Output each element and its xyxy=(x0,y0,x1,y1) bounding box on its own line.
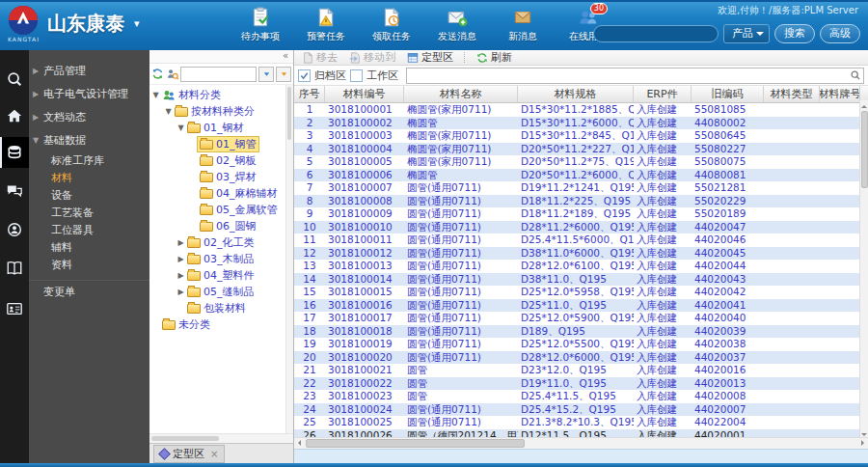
table-row[interactable]: 73018100007圆管(通用0711)D19*11.2*1241、Q195入… xyxy=(294,181,868,195)
table-row[interactable]: 83018100008圆管(通用0711)D18*11.2*225、Q195入库… xyxy=(294,195,868,208)
tree-collapse-arrow-icon[interactable]: ▶ xyxy=(176,255,185,263)
move-to-button[interactable]: 移动到 xyxy=(345,50,399,65)
rail-home[interactable] xyxy=(0,100,29,131)
table-row[interactable]: 103018100010圆管(通用0711)D28*11.2*6000、Q195… xyxy=(294,221,868,234)
table-row[interactable]: 53018100005椭圆管(家用0711)D20*50*11.2*75、Q19… xyxy=(294,155,868,169)
tree-node-2[interactable]: ▼01_钢材 xyxy=(149,120,293,136)
table-row[interactable]: 63018100006椭圆管D20*50*11.2*6000、Q195入库创建4… xyxy=(294,169,868,182)
tree-node-7[interactable]: 05_金属软管 xyxy=(149,202,293,218)
tree-node-6[interactable]: 04_麻棉辅材 xyxy=(149,185,293,202)
tree-expand-icon[interactable]: ▼ xyxy=(151,91,160,99)
tree-node-10[interactable]: ▶03_木制品 xyxy=(149,251,293,267)
scroll-up-arrow-icon[interactable] xyxy=(860,100,868,109)
column-header-2[interactable]: 材料名称 xyxy=(404,86,518,102)
workspace-label[interactable]: 工作区 xyxy=(366,69,398,83)
sidebar-section-4[interactable]: 变更单 xyxy=(29,280,149,304)
table-row[interactable]: 223018100022圆管D19*11.0、Q195入库创建44020013 xyxy=(294,377,868,391)
sidebar-section-2[interactable]: ▶文档动态 xyxy=(29,106,149,129)
column-header-1[interactable]: 材料编号 xyxy=(325,86,404,102)
tree-collapse-arrow-icon[interactable]: ▶ xyxy=(176,288,185,296)
tab-close-icon[interactable]: × xyxy=(210,449,218,459)
remove-button[interactable]: 移去 xyxy=(298,50,341,65)
tree-hscroll-thumb[interactable] xyxy=(151,436,219,441)
table-row[interactable]: 233018100023圆管D25.4*11.5、Q195入库创建4402000… xyxy=(294,390,868,403)
archive-area-label[interactable]: 归档区 xyxy=(314,69,346,83)
vertical-scroll-thumb[interactable] xyxy=(861,111,868,188)
horizontal-scroll-thumb[interactable] xyxy=(306,439,525,448)
table-row[interactable]: 123018100012圆管(通用0711)D38*11.0*6000、Q195… xyxy=(294,247,868,261)
tree-node-12[interactable]: ▶05_缝制品 xyxy=(149,284,293,300)
sidebar-item-4[interactable]: 工位器具 xyxy=(29,222,149,239)
scroll-right-arrow-icon[interactable] xyxy=(858,438,868,448)
table-row[interactable]: 173018100017圆管(通用0711)D25*12.0*5900、Q195… xyxy=(294,312,868,325)
search-button[interactable]: 搜索 xyxy=(774,24,815,43)
column-header-6[interactable]: 材料类型 xyxy=(764,86,820,102)
tree-search-add-button[interactable] xyxy=(276,67,291,82)
tree-node-1[interactable]: ▼按材料种类分 xyxy=(149,103,293,120)
advanced-search-button[interactable]: 高级 xyxy=(820,24,860,43)
table-row[interactable]: 13018100001椭圆管(家用0711)D15*30*11.2*1885、Q… xyxy=(294,103,868,117)
tree-node-13[interactable]: 包装材料 xyxy=(149,300,293,316)
sidebar-item-2[interactable]: 设备 xyxy=(29,187,149,205)
table-row[interactable]: 213018100021圆管D23*12.0、Q195入库创建44020016 xyxy=(294,364,868,377)
sidebar-item-1[interactable]: 材料 xyxy=(29,170,149,187)
scroll-left-arrow-icon[interactable] xyxy=(294,438,304,448)
table-row[interactable]: 243018100024圆管(通用0711)D25.4*15.2、Q195入库创… xyxy=(294,403,868,417)
hdr-new-message[interactable]: 新消息 xyxy=(496,7,550,43)
tree-node-8[interactable]: 06_圆钢 xyxy=(149,218,293,234)
vertical-scrollbar[interactable] xyxy=(859,100,868,439)
tree-refresh-icon[interactable] xyxy=(151,68,164,80)
sidebar-section-0[interactable]: ▶产品管理 xyxy=(29,60,149,83)
sidebar-item-0[interactable]: 标准工序库 xyxy=(29,152,149,170)
column-header-3[interactable]: 材料规格 xyxy=(518,86,634,102)
workspace-checkbox[interactable] xyxy=(350,69,363,82)
tree-horizontal-scrollbar[interactable] xyxy=(149,433,293,443)
rail-idcard[interactable] xyxy=(0,293,29,324)
sidebar-section-1[interactable]: ▶电子电气设计管理 xyxy=(29,83,149,106)
column-header-0[interactable]: 序号 xyxy=(294,86,325,102)
sidebar-item-3[interactable]: 工艺装备 xyxy=(29,205,149,222)
title-caret-icon[interactable]: ▾ xyxy=(134,17,140,30)
tree-collapse-arrow-icon[interactable]: ▶ xyxy=(176,238,185,247)
horizontal-scrollbar[interactable] xyxy=(294,437,868,449)
tree-node-14[interactable]: 未分类 xyxy=(149,316,293,333)
rail-database[interactable] xyxy=(0,137,29,168)
column-header-4[interactable]: ERP件 xyxy=(634,86,692,102)
tree-node-9[interactable]: ▶02_化工类 xyxy=(149,234,293,251)
hdr-alert-task[interactable]: 预警任务 xyxy=(299,7,353,43)
column-header-5[interactable]: 旧编码 xyxy=(692,86,764,102)
table-row[interactable]: 93018100009圆管(通用0711)D18*11.2*189、Q195入库… xyxy=(294,207,868,221)
tab-finalize-area[interactable]: 定型区 × xyxy=(153,445,225,463)
tree-node-0[interactable]: ▼材料分类 xyxy=(149,87,293,103)
global-search-input[interactable] xyxy=(593,25,719,42)
table-row[interactable]: 113018100011圆管(通用0711)D25.4*11.5*6000、Q1… xyxy=(294,234,868,247)
rail-ktplm-search[interactable] xyxy=(0,64,29,95)
table-row[interactable]: 253018100025圆管(通用0711)D21.3*8.2*10.3、Q19… xyxy=(294,416,868,429)
rail-support[interactable] xyxy=(0,214,29,245)
sidebar-section-3[interactable]: ▼基础数据 xyxy=(29,129,149,152)
search-icon[interactable] xyxy=(850,69,863,81)
table-row[interactable]: 263018100026圆管（德国201214，用301…D12*11.5，Q1… xyxy=(294,429,868,438)
hdr-todo[interactable]: 待办事项 xyxy=(233,7,287,43)
sidebar-item-6[interactable]: 资料 xyxy=(29,257,149,274)
tree-node-5[interactable]: 03_焊材 xyxy=(149,169,293,185)
tree-expand-icon[interactable]: ▼ xyxy=(176,124,185,132)
table-row[interactable]: 153018100015圆管(通用0711)D25*12.0*5958、Q195… xyxy=(294,286,868,299)
tree-expand-icon[interactable]: ▼ xyxy=(164,107,173,116)
table-row[interactable]: 133018100013圆管(通用0711)D28*12.0*6100、Q195… xyxy=(294,260,868,273)
table-row[interactable]: 143018100014圆管(通用0711)D38*11.0、Q195入库创建4… xyxy=(294,273,868,287)
table-row[interactable]: 33018100003椭圆管(家用0711)D15*30*11.2*845、Q1… xyxy=(294,129,868,143)
search-category-select[interactable]: 产品 xyxy=(723,24,770,43)
rail-book[interactable] xyxy=(0,253,29,284)
hdr-claim-task[interactable]: 领取任务 xyxy=(365,7,419,43)
table-row[interactable]: 183018100018圆管(通用0711)D189、Q195入库创建44020… xyxy=(294,325,868,339)
table-row[interactable]: 23018100002椭圆管D15*30*11.2*6000、Q195入库创建4… xyxy=(294,117,868,130)
list-search-input[interactable] xyxy=(407,69,850,82)
finalize-area-button[interactable]: 定型区 xyxy=(403,50,457,65)
tree-collapse-arrow-icon[interactable]: ▶ xyxy=(176,271,185,280)
sidebar-item-5[interactable]: 辅料 xyxy=(29,239,149,257)
column-header-7[interactable]: 材料牌号 xyxy=(820,86,860,102)
hdr-send-message[interactable]: 发送消息 xyxy=(430,7,484,43)
tree-node-4[interactable]: 02_钢板 xyxy=(149,152,293,169)
tree-vertical-scrollbar[interactable] xyxy=(285,85,293,433)
